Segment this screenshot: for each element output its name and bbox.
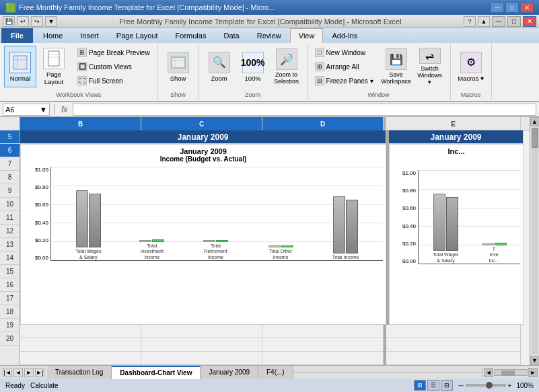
- scroll-up-button[interactable]: ▲: [530, 117, 540, 126]
- page-layout-button[interactable]: PageLayout: [38, 46, 70, 87]
- row-header-13[interactable]: 13: [0, 238, 20, 251]
- scroll-track[interactable]: [532, 128, 538, 354]
- zoom-slider[interactable]: [466, 384, 506, 387]
- cell-d20[interactable]: [262, 352, 384, 365]
- cell-b18[interactable]: [20, 325, 141, 338]
- zoom-plus[interactable]: +: [508, 382, 512, 389]
- row-header-17[interactable]: 17: [0, 292, 20, 305]
- tab-view[interactable]: View: [290, 28, 324, 43]
- scroll-right-button[interactable]: ►: [528, 368, 538, 377]
- cell-d19[interactable]: [262, 338, 384, 352]
- page-layout-view-btn[interactable]: ☰: [427, 380, 439, 391]
- col-header-e[interactable]: E: [386, 117, 521, 130]
- cell-e5[interactable]: January 2009: [389, 130, 524, 144]
- show-button[interactable]: Show: [162, 46, 194, 87]
- title-bar-controls[interactable]: ─ □ ✕: [491, 2, 534, 13]
- tab-file[interactable]: File: [1, 28, 33, 43]
- horizontal-scrollbar[interactable]: ◄ ►: [482, 368, 539, 377]
- tab-formulas[interactable]: Formulas: [167, 28, 215, 43]
- tab-add-ins[interactable]: Add-Ins: [323, 28, 366, 43]
- tab-january-2009[interactable]: January 2009: [201, 366, 258, 379]
- close-btn2[interactable]: ✕: [523, 16, 536, 27]
- col-header-c[interactable]: C: [141, 117, 262, 130]
- zoom-minus[interactable]: ─: [458, 382, 463, 389]
- macros-group: ⚙ Macros ▾ Macros: [451, 44, 492, 100]
- scroll-left-button[interactable]: ◄: [484, 368, 493, 377]
- cell-b5[interactable]: January 2009: [20, 130, 386, 144]
- cell-c18[interactable]: [141, 325, 262, 338]
- scroll-first-sheet[interactable]: |◄: [3, 368, 12, 377]
- page-break-view-btn[interactable]: ⊟: [441, 380, 453, 391]
- cell-e20[interactable]: [386, 352, 521, 365]
- minimize-button[interactable]: ─: [491, 2, 504, 13]
- row-header-18[interactable]: 18: [0, 305, 20, 319]
- max-btn2[interactable]: □: [507, 16, 521, 27]
- cell-c20[interactable]: [141, 352, 262, 365]
- row-header-19[interactable]: 19: [0, 319, 20, 332]
- svg-rect-3: [48, 51, 59, 66]
- scroll-last-sheet[interactable]: ►|: [35, 368, 44, 377]
- right-bar-pair-2: [482, 243, 507, 245]
- vertical-scrollbar[interactable]: ▲ ▼: [530, 117, 539, 365]
- new-window-button[interactable]: □ New Window: [312, 46, 379, 59]
- ribbon-toggle-button[interactable]: ▲: [478, 16, 490, 27]
- cell-e18[interactable]: [386, 325, 521, 338]
- normal-view-button[interactable]: Normal: [4, 46, 36, 87]
- zoom-thumb[interactable]: [486, 382, 493, 389]
- zoom-100-button[interactable]: 100% 100%: [237, 46, 269, 87]
- row-header-14[interactable]: 14: [0, 251, 20, 265]
- row-header-5[interactable]: 5: [0, 130, 20, 144]
- custom-views-button[interactable]: 🔲 Custom Views: [74, 60, 153, 73]
- h-scroll-track[interactable]: [494, 369, 528, 376]
- undo-qa-button[interactable]: ↩: [17, 16, 29, 27]
- tab-transaction-log[interactable]: Transaction Log: [47, 366, 112, 379]
- row-header-11[interactable]: 11: [0, 211, 20, 225]
- zoom-selection-button[interactable]: 🔎 Zoom toSelection: [271, 46, 303, 87]
- arrange-all-button[interactable]: ⊞ Arrange All: [312, 60, 379, 73]
- save-qa-button[interactable]: 💾: [3, 16, 15, 27]
- tab-f4[interactable]: F4(...): [258, 366, 293, 379]
- row-header-16[interactable]: 16: [0, 278, 20, 292]
- row-header-20[interactable]: 20: [0, 332, 20, 346]
- cell-e19[interactable]: [386, 338, 521, 352]
- row-header-10[interactable]: 10: [0, 198, 20, 211]
- cell-c19[interactable]: [141, 338, 262, 352]
- col-header-b[interactable]: B: [20, 117, 141, 130]
- cell-d18[interactable]: [262, 325, 384, 338]
- qa-dropdown-button[interactable]: ▼: [45, 16, 57, 27]
- cell-b20[interactable]: [20, 352, 141, 365]
- row-header-8[interactable]: 8: [0, 171, 20, 184]
- normal-view-btn[interactable]: ⊞: [414, 380, 426, 391]
- name-box-dropdown[interactable]: ▼: [40, 106, 47, 114]
- scroll-prev-sheet[interactable]: ◄: [13, 368, 23, 377]
- close-button[interactable]: ✕: [520, 2, 534, 13]
- scroll-down-button[interactable]: ▼: [530, 356, 540, 365]
- col-header-d[interactable]: D: [262, 117, 384, 130]
- tab-review[interactable]: Review: [248, 28, 290, 43]
- zoom-button[interactable]: 🔍 Zoom: [203, 46, 236, 87]
- switch-windows-button[interactable]: ⇌ SwitchWindows ▾: [414, 46, 446, 87]
- tab-insert[interactable]: Insert: [71, 28, 108, 43]
- tab-data[interactable]: Data: [215, 28, 248, 43]
- row-header-6[interactable]: 6: [0, 144, 20, 157]
- redo-qa-button[interactable]: ↪: [31, 16, 43, 27]
- row-header-12[interactable]: 12: [0, 225, 20, 238]
- min-btn2[interactable]: ─: [492, 16, 505, 27]
- tab-home[interactable]: Home: [34, 28, 71, 43]
- help-button[interactable]: ?: [464, 16, 476, 27]
- tab-page-layout[interactable]: Page Layout: [108, 28, 167, 43]
- save-workspace-button[interactable]: 💾 SaveWorkspace: [380, 46, 412, 87]
- full-screen-button[interactable]: ⛶ Full Screen: [74, 74, 153, 87]
- cell-b19[interactable]: [20, 338, 141, 352]
- scroll-next-sheet[interactable]: ►: [24, 368, 34, 377]
- maximize-button[interactable]: □: [505, 2, 519, 13]
- row-header-9[interactable]: 9: [0, 184, 20, 198]
- row-header-15[interactable]: 15: [0, 265, 20, 278]
- row-header-7[interactable]: 7: [0, 157, 20, 171]
- freeze-panes-button[interactable]: ⊟ Freeze Panes ▾: [312, 74, 379, 87]
- scroll-thumb[interactable]: [532, 128, 538, 148]
- h-scroll-thumb[interactable]: [501, 370, 515, 376]
- macros-button[interactable]: ⚙ Macros ▾: [455, 46, 487, 87]
- page-break-preview-button[interactable]: ⊞ Page Break Preview: [74, 46, 153, 59]
- tab-dashboard-chart-view[interactable]: Dashboard-Chart View: [112, 366, 201, 379]
